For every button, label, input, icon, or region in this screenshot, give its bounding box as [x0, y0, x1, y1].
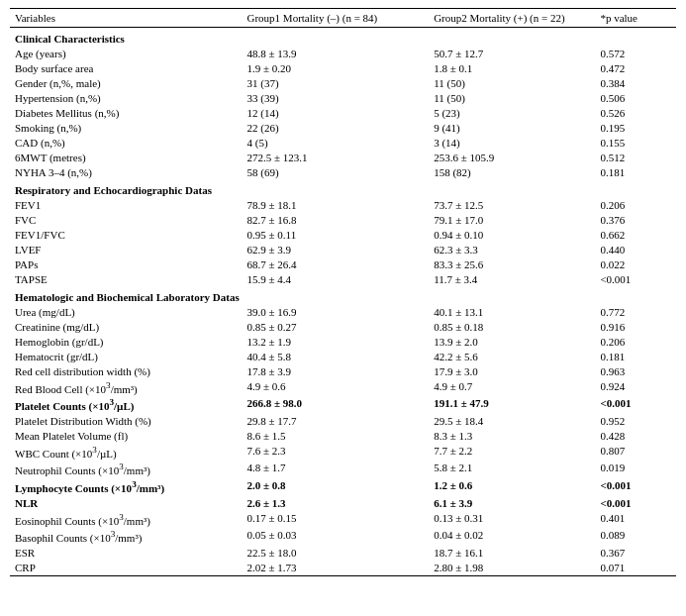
table-row: Platelet Distribution Width (%)29.8 ± 17…	[10, 413, 676, 428]
cell-pvalue: 0.019	[595, 461, 676, 478]
cell-group2: 191.1 ± 47.9	[429, 396, 595, 414]
cell-variable: Neutrophil Counts (×103/mm³)	[10, 461, 243, 478]
cell-pvalue: 0.181	[595, 349, 676, 363]
cell-pvalue: 0.526	[595, 105, 676, 120]
section-title: Clinical Characteristics	[10, 28, 676, 47]
table-row: 6MWT (metres)272.5 ± 123.1253.6 ± 105.90…	[10, 150, 676, 164]
cell-pvalue: <0.001	[595, 478, 676, 496]
table-row: Lymphocyte Counts (×103/mm³)2.0 ± 0.81.2…	[10, 478, 676, 496]
cell-pvalue: 0.428	[595, 428, 676, 443]
cell-variable: 6MWT (metres)	[10, 150, 243, 164]
cell-group2: 0.13 ± 0.31	[429, 510, 595, 528]
cell-variable: Mean Platelet Volume (fl)	[10, 428, 243, 443]
cell-group1: 78.9 ± 18.1	[243, 197, 430, 212]
cell-pvalue: 0.472	[595, 60, 676, 75]
table-row: Hemoglobin (gr/dL)13.2 ± 1.913.9 ± 2.00.…	[10, 334, 676, 349]
cell-group1: 13.2 ± 1.9	[243, 334, 430, 349]
cell-group2: 7.7 ± 2.2	[429, 443, 595, 461]
cell-group2: 5.8 ± 2.1	[429, 461, 595, 478]
cell-variable: Gender (n,%, male)	[10, 75, 243, 90]
cell-variable: Basophil Counts (×103/mm³)	[10, 528, 243, 546]
cell-pvalue: 0.155	[595, 135, 676, 150]
cell-group2: 8.3 ± 1.3	[429, 428, 595, 443]
cell-pvalue: 0.367	[595, 546, 676, 561]
header-pvalue: *p value	[595, 9, 676, 28]
cell-group2: 1.8 ± 0.1	[429, 60, 595, 75]
table-row: CAD (n,%)4 (5)3 (14)0.155	[10, 135, 676, 150]
cell-pvalue: 0.506	[595, 90, 676, 105]
cell-variable: LVEF	[10, 242, 243, 257]
cell-group1: 0.05 ± 0.03	[243, 528, 430, 546]
cell-group2: 13.9 ± 2.0	[429, 334, 595, 349]
cell-group1: 4.9 ± 0.6	[243, 378, 430, 396]
cell-group1: 31 (37)	[243, 75, 430, 90]
cell-group2: 9 (41)	[429, 120, 595, 135]
cell-pvalue: 0.916	[595, 319, 676, 334]
table-row: FEV1/FVC0.95 ± 0.110.94 ± 0.100.662	[10, 227, 676, 242]
cell-group1: 39.0 ± 16.9	[243, 304, 430, 319]
cell-group2: 73.7 ± 12.5	[429, 197, 595, 212]
cell-group1: 58 (69)	[243, 164, 430, 179]
table-row: Diabetes Mellitus (n,%)12 (14)5 (23)0.52…	[10, 105, 676, 120]
cell-pvalue: 0.924	[595, 378, 676, 396]
table-row: Gender (n,%, male)31 (37)11 (50)0.384	[10, 75, 676, 90]
cell-group2: 62.3 ± 3.3	[429, 242, 595, 257]
table-row: LVEF62.9 ± 3.962.3 ± 3.30.440	[10, 242, 676, 257]
cell-pvalue: 0.572	[595, 46, 676, 60]
cell-group2: 83.3 ± 25.6	[429, 257, 595, 271]
cell-variable: FEV1/FVC	[10, 227, 243, 242]
cell-group2: 42.2 ± 5.6	[429, 349, 595, 363]
cell-variable: Platelet Counts (×103/µL)	[10, 396, 243, 414]
cell-group1: 4.8 ± 1.7	[243, 461, 430, 478]
cell-variable: TAPSE	[10, 271, 243, 286]
cell-variable: Creatinine (mg/dL)	[10, 319, 243, 334]
cell-group1: 7.6 ± 2.3	[243, 443, 430, 461]
cell-group2: 158 (82)	[429, 164, 595, 179]
cell-group1: 272.5 ± 123.1	[243, 150, 430, 164]
cell-pvalue: 0.206	[595, 334, 676, 349]
cell-pvalue: 0.376	[595, 212, 676, 227]
cell-group1: 17.8 ± 3.9	[243, 363, 430, 378]
table-row: Red Blood Cell (×103/mm³)4.9 ± 0.64.9 ± …	[10, 378, 676, 396]
table-row: Body surface area1.9 ± 0.201.8 ± 0.10.47…	[10, 60, 676, 75]
cell-group2: 79.1 ± 17.0	[429, 212, 595, 227]
cell-group2: 0.85 ± 0.18	[429, 319, 595, 334]
section-title: Respiratory and Echocardiographic Datas	[10, 179, 676, 197]
section-header-row: Hematologic and Biochemical Laboratory D…	[10, 286, 676, 304]
cell-pvalue: 0.772	[595, 304, 676, 319]
cell-pvalue: <0.001	[595, 396, 676, 414]
table-row: Platelet Counts (×103/µL)266.8 ± 98.0191…	[10, 396, 676, 414]
cell-group1: 2.6 ± 1.3	[243, 495, 430, 510]
cell-group2: 253.6 ± 105.9	[429, 150, 595, 164]
table-container: Variables Group1 Mortality (–) (n = 84) …	[0, 0, 686, 584]
cell-group1: 2.0 ± 0.8	[243, 478, 430, 496]
data-table: Variables Group1 Mortality (–) (n = 84) …	[10, 8, 676, 576]
cell-pvalue: 0.022	[595, 257, 676, 271]
cell-group1: 82.7 ± 16.8	[243, 212, 430, 227]
cell-group2: 29.5 ± 18.4	[429, 413, 595, 428]
cell-pvalue: 0.401	[595, 510, 676, 528]
cell-pvalue: 0.089	[595, 528, 676, 546]
cell-pvalue: 0.662	[595, 227, 676, 242]
table-row: TAPSE15.9 ± 4.411.7 ± 3.4<0.001	[10, 271, 676, 286]
table-row: Smoking (n,%)22 (26)9 (41)0.195	[10, 120, 676, 135]
header-group1: Group1 Mortality (–) (n = 84)	[243, 9, 430, 28]
cell-variable: WBC Count (×103/µL)	[10, 443, 243, 461]
cell-group2: 18.7 ± 16.1	[429, 546, 595, 561]
cell-group1: 29.8 ± 17.7	[243, 413, 430, 428]
table-row: WBC Count (×103/µL)7.6 ± 2.37.7 ± 2.20.8…	[10, 443, 676, 461]
cell-variable: ESR	[10, 546, 243, 561]
cell-group2: 6.1 ± 3.9	[429, 495, 595, 510]
cell-group1: 68.7 ± 26.4	[243, 257, 430, 271]
cell-variable: Hypertension (n,%)	[10, 90, 243, 105]
cell-variable: NYHA 3–4 (n,%)	[10, 164, 243, 179]
table-row: Hypertension (n,%)33 (39)11 (50)0.506	[10, 90, 676, 105]
cell-group1: 40.4 ± 5.8	[243, 349, 430, 363]
cell-group2: 1.2 ± 0.6	[429, 478, 595, 496]
table-row: Urea (mg/dL)39.0 ± 16.940.1 ± 13.10.772	[10, 304, 676, 319]
header-group2: Group2 Mortality (+) (n = 22)	[429, 9, 595, 28]
section-header-row: Clinical Characteristics	[10, 28, 676, 47]
cell-group1: 62.9 ± 3.9	[243, 242, 430, 257]
cell-variable: Body surface area	[10, 60, 243, 75]
cell-group1: 266.8 ± 98.0	[243, 396, 430, 414]
